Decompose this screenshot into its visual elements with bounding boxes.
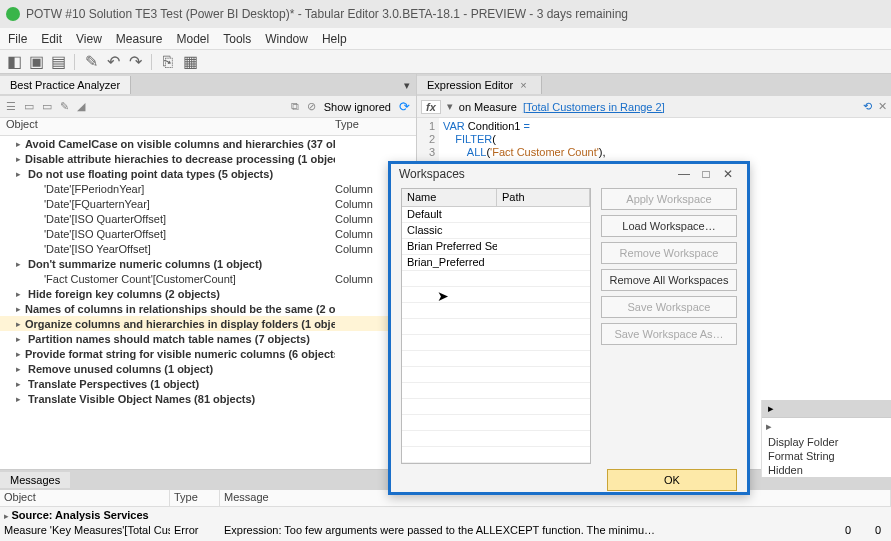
workspace-row-empty[interactable]	[402, 399, 590, 415]
bpa-rule-row[interactable]: ▸Remove unused columns (1 object)	[0, 361, 416, 376]
maximize-button[interactable]: □	[695, 167, 717, 181]
bpa-rule-row[interactable]: ▸Partition names should match table name…	[0, 331, 416, 346]
bpa-object-row[interactable]: 'Date'[FPeriodnYear]Column	[0, 181, 416, 196]
workspace-row-empty[interactable]	[402, 415, 590, 431]
toolbar-connect-icon[interactable]: ◧	[6, 54, 22, 70]
ok-button[interactable]: OK	[607, 469, 737, 491]
caret-icon[interactable]: ▸	[16, 289, 24, 299]
bpa-rule-row[interactable]: ▸Translate Perspectives (1 object)	[0, 376, 416, 391]
workspace-row-empty[interactable]	[402, 431, 590, 447]
apply-workspace-button[interactable]: Apply Workspace	[601, 188, 737, 210]
caret-icon[interactable]: ▸	[16, 139, 21, 149]
bpa-rule-row[interactable]: ▸Do not use floating point data types (5…	[0, 166, 416, 181]
toolbar-open-icon[interactable]: ▣	[28, 54, 44, 70]
tool-icon[interactable]: ◢	[77, 100, 85, 113]
bpa-rule-row[interactable]: ▸Translate Visible Object Names (81 obje…	[0, 391, 416, 406]
caret-icon[interactable]: ▸	[16, 304, 21, 314]
workspace-row-empty[interactable]	[402, 447, 590, 463]
caret-icon[interactable]: ▸	[16, 334, 24, 344]
caret-icon[interactable]: ▸	[16, 394, 24, 404]
copy-icon[interactable]: ⧉	[291, 100, 299, 113]
workspace-row[interactable]: Default	[402, 207, 590, 223]
workspace-row-empty[interactable]	[402, 335, 590, 351]
menu-file[interactable]: File	[8, 32, 27, 46]
tab-expression-editor[interactable]: Expression Editor ×	[417, 76, 542, 94]
fx-icon[interactable]: fx	[421, 100, 441, 114]
save-workspace-as-button[interactable]: Save Workspace As…	[601, 323, 737, 345]
menu-help[interactable]: Help	[322, 32, 347, 46]
toolbar-deploy-icon[interactable]: ▦	[182, 54, 198, 70]
toolbar-script-icon[interactable]: ⎘	[160, 54, 176, 70]
workspace-row-empty[interactable]	[402, 271, 590, 287]
caret-icon[interactable]: ▸	[16, 169, 24, 179]
remove-all-workspaces-button[interactable]: Remove All Workspaces	[601, 269, 737, 291]
workspace-row-empty[interactable]	[402, 319, 590, 335]
remove-workspace-button[interactable]: Remove Workspace	[601, 242, 737, 264]
bpa-object-row[interactable]: 'Date'[ISO YearOffset]Column	[0, 241, 416, 256]
workspace-row[interactable]: Brian_Preferred	[402, 255, 590, 271]
menu-edit[interactable]: Edit	[41, 32, 62, 46]
bpa-object-row[interactable]: 'Date'[ISO QuarterOffset]Column	[0, 226, 416, 241]
tab-best-practice-analyzer[interactable]: Best Practice Analyzer	[0, 76, 131, 94]
bpa-rule-row[interactable]: ▸Avoid CamelCase on visible columns and …	[0, 136, 416, 151]
menu-window[interactable]: Window	[265, 32, 308, 46]
menu-model[interactable]: Model	[177, 32, 210, 46]
messages-list[interactable]: ▸ Source: Analysis ServicesMeasure 'Key …	[0, 507, 891, 541]
bpa-rule-row[interactable]: ▸Organize columns and hierarchies in dis…	[0, 316, 416, 331]
bpa-rule-row[interactable]: ▸Don't summarize numeric columns (1 obje…	[0, 256, 416, 271]
hide-icon[interactable]: ⊘	[307, 100, 316, 113]
menu-measure[interactable]: Measure	[116, 32, 163, 46]
caret-icon[interactable]: ▸	[16, 259, 24, 269]
bpa-object-row[interactable]: 'Date'[FQuarternYear]Column	[0, 196, 416, 211]
tab-messages[interactable]: Messages	[0, 472, 70, 488]
workspace-row-empty[interactable]	[402, 303, 590, 319]
bpa-object-row[interactable]: 'Fact Customer Count'[CustomerCount]Colu…	[0, 271, 416, 286]
toolbar-save-icon[interactable]: ▤	[50, 54, 66, 70]
caret-icon[interactable]: ▸	[16, 364, 24, 374]
bpa-rule-row[interactable]: ▸Disable attribute hierachies to decreas…	[0, 151, 416, 166]
caret-icon[interactable]: ▸	[16, 379, 24, 389]
menu-view[interactable]: View	[76, 32, 102, 46]
properties-expander[interactable]: ▸	[762, 418, 891, 435]
workspace-row-empty[interactable]	[402, 367, 590, 383]
message-row[interactable]: Measure 'Key Measures'[Total Custo…Error…	[0, 522, 891, 537]
tool-icon[interactable]: ▭	[42, 100, 52, 113]
property-row[interactable]: Hidden	[762, 463, 891, 477]
panel-dropdown-icon[interactable]: ▾	[398, 79, 416, 92]
bpa-rule-row[interactable]: ▸Provide format string for visible numer…	[0, 346, 416, 361]
workspace-row-empty[interactable]	[402, 351, 590, 367]
nav-back-icon[interactable]: ⟲	[863, 100, 872, 113]
clear-icon[interactable]: ✕	[878, 100, 887, 113]
workspace-row-empty[interactable]	[402, 383, 590, 399]
close-button[interactable]: ✕	[717, 167, 739, 181]
caret-icon[interactable]: ▸	[16, 154, 21, 164]
column-header-type[interactable]: Type	[335, 118, 416, 135]
workspace-row-empty[interactable]	[402, 287, 590, 303]
tool-icon[interactable]: ▭	[24, 100, 34, 113]
menu-tools[interactable]: Tools	[223, 32, 251, 46]
filter-icon[interactable]: ☰	[6, 100, 16, 113]
messages-header-type[interactable]: Type	[170, 490, 220, 506]
bpa-object-row[interactable]: 'Date'[ISO QuarterOffset]Column	[0, 211, 416, 226]
workspaces-grid[interactable]: Name Path DefaultClassicBrian Preferred …	[401, 188, 591, 464]
tool-icon[interactable]: ✎	[60, 100, 69, 113]
bpa-rule-row[interactable]: ▸Hide foreign key columns (2 objects)	[0, 286, 416, 301]
show-ignored-label[interactable]: Show ignored	[324, 101, 391, 113]
grid-header-name[interactable]: Name	[402, 189, 497, 206]
property-row[interactable]: Format String	[762, 449, 891, 463]
workspace-row[interactable]: Classic	[402, 223, 590, 239]
caret-icon[interactable]: ▸	[16, 319, 21, 329]
toolbar-redo-icon[interactable]: ↷	[127, 54, 143, 70]
property-row[interactable]: Display Folder	[762, 435, 891, 449]
minimize-button[interactable]: —	[673, 167, 695, 181]
load-workspace-button[interactable]: Load Workspace…	[601, 215, 737, 237]
message-row[interactable]: ▸ Source: Analysis Services	[0, 507, 891, 522]
properties-tab[interactable]: ▸	[762, 400, 891, 418]
context-dropdown-icon[interactable]: ▾	[447, 100, 453, 113]
bpa-rule-row[interactable]: ▸Names of columns in relationships shoul…	[0, 301, 416, 316]
refresh-icon[interactable]: ⟳	[399, 99, 410, 114]
bpa-results-list[interactable]: ▸Avoid CamelCase on visible columns and …	[0, 136, 416, 469]
close-icon[interactable]: ×	[516, 79, 530, 91]
toolbar-undo-icon[interactable]: ↶	[105, 54, 121, 70]
column-header-object[interactable]: Object	[0, 118, 335, 135]
